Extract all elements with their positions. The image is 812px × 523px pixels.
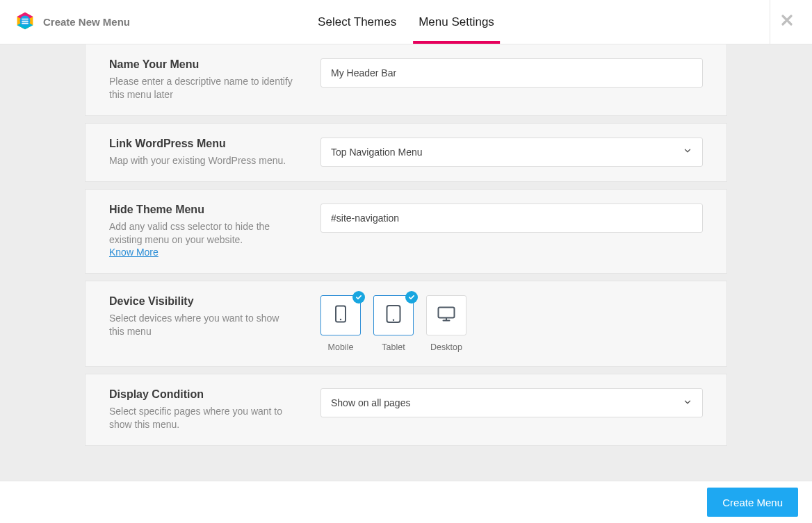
header-divider <box>770 0 770 44</box>
display-condition-select[interactable]: Show on all pages <box>320 388 703 417</box>
section-title: Display Condition <box>109 388 293 401</box>
svg-rect-11 <box>439 308 455 318</box>
device-label: Desktop <box>430 342 462 352</box>
section-title: Name Your Menu <box>109 58 293 71</box>
svg-rect-4 <box>22 18 29 19</box>
section-title: Link WordPress Menu <box>109 138 293 150</box>
chevron-down-icon <box>683 146 692 158</box>
menu-name-input[interactable] <box>320 58 703 88</box>
section-desc: Select specific pages where you want to … <box>109 405 293 431</box>
menu-name-input-field[interactable] <box>331 67 692 78</box>
device-options: Mobile Tablet <box>320 295 466 352</box>
svg-rect-5 <box>22 20 29 22</box>
svg-rect-6 <box>22 22 29 24</box>
section-desc: Add any valid css selector to hide the e… <box>109 220 293 260</box>
svg-point-8 <box>340 319 341 320</box>
section-desc: Map with your existing WordPress menu. <box>109 154 293 167</box>
tablet-icon <box>385 304 402 326</box>
tab-menu-settings[interactable]: Menu Settings <box>419 0 494 44</box>
section-name-menu: Name Your Menu Please enter a descriptiv… <box>85 44 727 116</box>
create-menu-button[interactable]: Create Menu <box>707 488 798 517</box>
mobile-icon <box>334 305 348 326</box>
chevron-down-icon <box>683 397 692 409</box>
know-more-link[interactable]: Know More <box>109 247 159 258</box>
device-toggle-tablet[interactable] <box>373 295 414 335</box>
modal-title: Create New Menu <box>43 16 130 28</box>
app-logo-icon <box>15 11 35 33</box>
check-badge-icon <box>405 291 418 304</box>
close-icon[interactable] <box>780 13 794 31</box>
device-label: Tablet <box>382 342 405 352</box>
device-option-desktop: Desktop <box>426 295 466 352</box>
section-desc: Select devices where you want to show th… <box>109 312 293 338</box>
css-selector-input-field[interactable] <box>331 213 692 224</box>
tab-select-themes[interactable]: Select Themes <box>318 0 396 44</box>
wp-menu-select[interactable]: Top Navigation Menu <box>320 138 703 167</box>
device-label: Mobile <box>328 342 354 352</box>
device-option-tablet: Tablet <box>373 295 414 352</box>
check-badge-icon <box>352 291 365 304</box>
device-toggle-desktop[interactable] <box>426 295 466 335</box>
section-device-visibility: Device Visibility Select devices where y… <box>85 281 727 367</box>
settings-canvas: Name Your Menu Please enter a descriptiv… <box>0 44 812 481</box>
section-link-wp-menu: Link WordPress Menu Map with your existi… <box>85 123 727 182</box>
wp-menu-select-value: Top Navigation Menu <box>331 147 423 158</box>
modal-header: Create New Menu Select Themes Menu Setti… <box>0 0 812 44</box>
css-selector-input[interactable] <box>320 204 703 233</box>
svg-point-10 <box>393 319 394 321</box>
section-hide-theme-menu: Hide Theme Menu Add any valid css select… <box>85 189 727 274</box>
brand: Create New Menu <box>0 11 130 33</box>
header-tabs: Select Themes Menu Settings <box>318 0 494 44</box>
section-display-condition: Display Condition Select specific pages … <box>85 374 727 446</box>
desktop-icon <box>437 306 456 325</box>
modal-footer: Create Menu <box>0 481 812 523</box>
device-toggle-mobile[interactable] <box>320 295 361 335</box>
section-title: Hide Theme Menu <box>109 204 293 216</box>
device-option-mobile: Mobile <box>320 295 361 352</box>
display-condition-value: Show on all pages <box>331 397 410 408</box>
section-desc: Please enter a descriptive name to ident… <box>109 75 293 101</box>
section-title: Device Visibility <box>109 295 293 308</box>
